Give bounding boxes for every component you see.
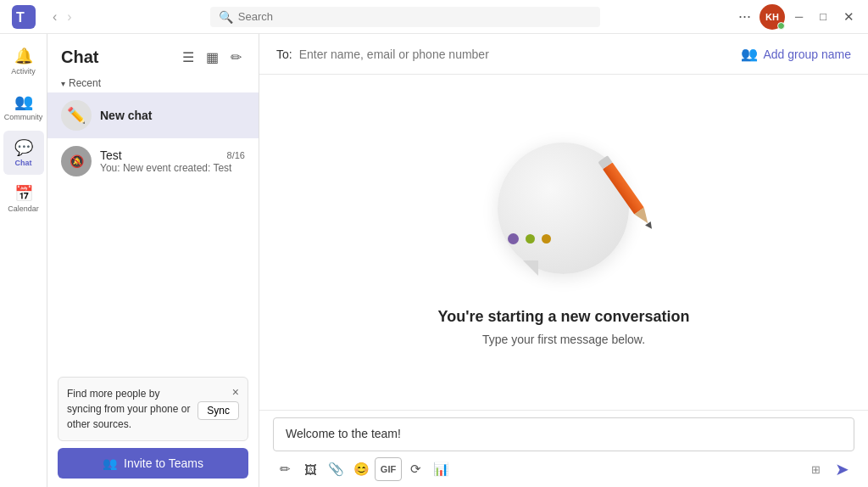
dot-purple [508,233,519,244]
new-chat-info: New chat [100,109,245,122]
to-label: To: [276,48,292,61]
conversation-area: You're starting a new conversation Type … [259,75,868,410]
filter-button[interactable]: ☰ [179,46,198,69]
dot-yellow [542,234,551,244]
test-chat-info: Test 8/16 You: New event created: Test [100,148,245,174]
section-arrow-icon: ▾ [61,79,65,88]
nav-item-community[interactable]: 👥 Community [3,85,44,129]
chat-icon: 💬 [14,138,33,157]
attach-file-button[interactable]: 📎 [324,457,348,481]
sidebar-footer: Find more people by syncing from your ph… [47,368,259,487]
recipient-input[interactable] [299,48,742,61]
activity-icon: 🔔 [14,47,33,65]
immersive-reader-button[interactable]: ⊞ [804,457,827,481]
chat-label: Chat [15,159,32,167]
emoji-button[interactable]: 😊 [349,457,373,481]
test-chat-avatar: 🔕 [61,146,92,176]
more-options-button[interactable]: ··· [733,4,756,29]
compose-button[interactable]: ✏ [227,46,245,69]
sync-close-button[interactable]: × [232,386,239,398]
main-chat-area: To: 👥 Add group name [259,34,868,487]
message-toolbar: ✏ 🖼 📎 😊 GIF ⟳ 📊 ⊞ ➤ [273,456,854,482]
nav-item-activity[interactable]: 🔔 Activity [3,39,44,83]
invite-icon: 👥 [103,456,117,470]
community-label: Community [4,113,43,121]
sidebar: Chat ☰ ▦ ✏ ▾ Recent ✏️ New chat [47,34,259,487]
chat-dots [508,233,551,244]
search-bar: 🔍 [210,7,600,27]
teams-logo: T [12,5,36,29]
minimize-button[interactable]: ─ [788,7,810,26]
chat-list: ✏️ New chat 🔕 Test 8/16 You: New event c… [47,92,259,368]
dot-green [526,234,535,244]
svg-text:T: T [16,10,25,25]
activity-label: Activity [11,67,36,76]
search-icon: 🔍 [219,10,233,24]
section-label-text: Recent [69,77,101,89]
forward-button[interactable]: › [62,6,76,28]
add-group-label: Add group name [763,48,851,61]
new-chat-name: New chat [100,109,245,122]
sidebar-header: Chat ☰ ▦ ✏ [47,34,259,74]
conversation-subtitle: Type your first message below. [482,333,645,346]
online-status-indicator [777,22,785,30]
nav-item-calendar[interactable]: 📅 Calendar [3,176,44,221]
invite-to-teams-button[interactable]: 👥 Invite to Teams [58,448,248,479]
to-field: To: [276,48,741,61]
recent-section-label[interactable]: ▾ Recent [47,74,259,92]
message-input-box[interactable]: Welcome to the team! [273,417,854,451]
nav-item-chat[interactable]: 💬 Chat [3,131,44,175]
test-chat-sub: You: New event created: Test [100,162,245,174]
search-input[interactable] [238,10,592,23]
invite-label: Invite to Teams [124,456,203,470]
format-text-button[interactable]: ✏ [273,457,297,481]
avatar-initials: KH [765,12,779,22]
bubble-tail [523,260,538,276]
add-group-button[interactable]: 👥 Add group name [741,46,851,62]
conversation-title: You're starting a new conversation [437,308,689,326]
test-chat-item[interactable]: 🔕 Test 8/16 You: New event created: Test [47,138,259,184]
message-input-area: Welcome to the team! ✏ 🖼 📎 😊 GIF ⟳ 📊 ⊞ ➤ [259,410,868,487]
new-chat-item[interactable]: ✏️ New chat [47,92,259,138]
maximize-button[interactable]: □ [813,7,833,26]
sidebar-title: Chat [61,48,98,67]
user-avatar[interactable]: KH [760,4,785,30]
new-chat-avatar: ✏️ [61,100,92,131]
community-icon: 👥 [14,92,33,111]
sync-text: Find more people by syncing from your ph… [67,386,192,432]
loop-button[interactable]: ⟳ [403,457,427,481]
gif-button[interactable]: GIF [375,457,402,481]
calendar-icon: 📅 [14,184,33,203]
chat-header: To: 👥 Add group name [259,34,868,75]
conversation-illustration [487,138,640,291]
new-meeting-button[interactable]: ▦ [203,46,222,69]
add-group-icon: 👥 [741,46,758,62]
test-chat-meta: 8/16 [227,150,245,160]
left-nav: 🔔 Activity 👥 Community 💬 Chat 📅 Calendar [0,34,47,487]
sync-banner: Find more people by syncing from your ph… [58,377,248,441]
back-button[interactable]: ‹ [47,6,62,28]
chart-button[interactable]: 📊 [429,457,453,481]
sync-button[interactable]: Sync [198,401,239,420]
close-button[interactable]: ✕ [837,6,861,28]
attach-image-button[interactable]: 🖼 [298,457,322,481]
test-chat-name: Test [100,148,122,162]
calendar-label: Calendar [8,204,39,213]
send-button[interactable]: ➤ [829,456,854,482]
